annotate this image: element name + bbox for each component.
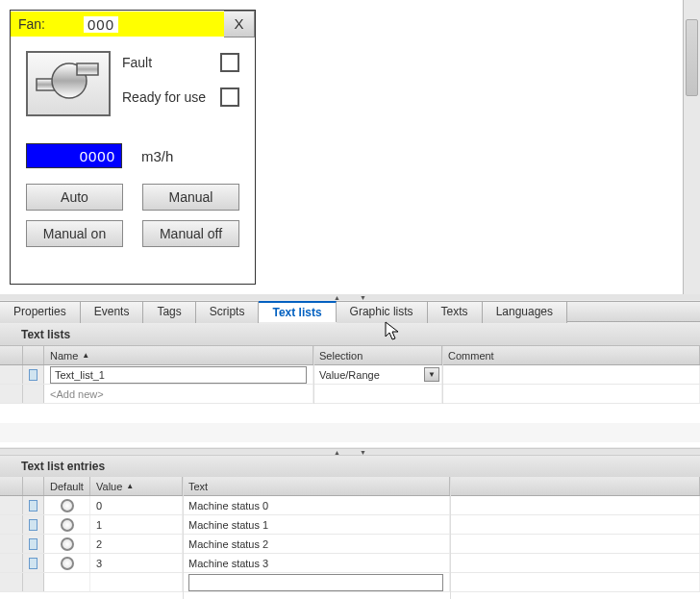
- tab-graphic-lists[interactable]: Graphic lists: [337, 302, 428, 323]
- flow-value-field[interactable]: 0000: [26, 143, 122, 168]
- fault-checkbox[interactable]: [220, 53, 239, 72]
- text-lists-title: Text lists: [0, 324, 700, 346]
- row-selector[interactable]: [0, 365, 23, 384]
- icon-col: [23, 477, 44, 495]
- tab-scripts[interactable]: Scripts: [196, 302, 260, 323]
- selection-dropdown-button[interactable]: ▼: [424, 367, 439, 382]
- value-column-header[interactable]: Value▲: [90, 477, 183, 495]
- text-list-entries-grid: Default Value▲ Text 0Machine status 01Ma…: [0, 477, 700, 599]
- sort-asc-icon: ▲: [82, 351, 89, 360]
- default-radio[interactable]: [61, 557, 74, 570]
- splitter-top[interactable]: ▲ ▼: [0, 294, 700, 300]
- selection-value: Value/Range: [319, 369, 380, 381]
- tab-text-lists[interactable]: Text lists: [259, 301, 336, 322]
- scrollbar-vertical[interactable]: [683, 0, 700, 296]
- scroll-thumb[interactable]: [686, 19, 698, 96]
- add-new-row[interactable]: <Add new>: [0, 385, 700, 404]
- tab-events[interactable]: Events: [81, 302, 144, 323]
- comment-cell[interactable]: [442, 365, 700, 384]
- design-canvas: Fan: 000 X: [0, 0, 700, 296]
- entry-row[interactable]: 0Machine status 0: [0, 496, 700, 515]
- value-cell[interactable]: 2: [90, 535, 183, 553]
- manual-on-button[interactable]: Manual on: [26, 220, 123, 247]
- arrow-up-icon: ▲: [334, 449, 340, 456]
- icon-col: [23, 346, 44, 364]
- add-new-entry-row[interactable]: [0, 573, 700, 592]
- text-cell[interactable]: Machine status 1: [183, 515, 450, 534]
- value-cell[interactable]: 1: [90, 515, 183, 534]
- arrow-down-icon: ▼: [360, 294, 366, 301]
- tab-tags[interactable]: Tags: [143, 302, 195, 323]
- entry-row[interactable]: 3Machine status 3: [0, 554, 700, 573]
- default-column-header[interactable]: Default: [44, 477, 90, 495]
- sort-asc-icon: ▲: [126, 482, 134, 490]
- selection-column-header[interactable]: Selection: [313, 346, 442, 364]
- cursor-icon: [385, 321, 402, 342]
- manual-off-button[interactable]: Manual off: [142, 220, 239, 247]
- text-cell[interactable]: Machine status 0: [183, 496, 450, 514]
- rowheader-col: [0, 346, 23, 364]
- text-list-row[interactable]: Text_list_1 Value/Range▼: [0, 365, 700, 385]
- entry-icon: [29, 538, 38, 550]
- text-list-icon: [29, 369, 38, 381]
- rowheader-col: [0, 477, 23, 495]
- row-selector[interactable]: [0, 496, 23, 514]
- name-input[interactable]: Text_list_1: [50, 366, 307, 384]
- text-list-entries-title: Text list entries: [0, 456, 700, 478]
- svg-rect-2: [77, 63, 98, 75]
- value-cell[interactable]: 0: [90, 496, 183, 514]
- splitter-middle[interactable]: ▲ ▼: [0, 448, 700, 456]
- add-new-label[interactable]: <Add new>: [44, 385, 313, 403]
- comment-column-header[interactable]: Comment: [442, 346, 700, 364]
- text-lists-grid: Name▲ Selection Comment Text_list_1 Valu…: [0, 346, 700, 447]
- text-cell[interactable]: Machine status 2: [183, 535, 450, 553]
- tab-properties[interactable]: Properties: [0, 302, 81, 323]
- default-radio[interactable]: [61, 499, 74, 512]
- entry-icon: [29, 558, 38, 569]
- tab-languages[interactable]: Languages: [483, 302, 567, 323]
- close-button[interactable]: X: [224, 11, 255, 37]
- tab-texts[interactable]: Texts: [428, 302, 483, 323]
- fan-faceplate: Fan: 000 X: [10, 10, 256, 285]
- text-input[interactable]: [188, 574, 443, 591]
- row-selector[interactable]: [0, 554, 23, 572]
- row-selector[interactable]: [0, 515, 23, 534]
- fan-icon: [26, 51, 111, 116]
- fault-label: Fault: [122, 55, 152, 70]
- ready-label: Ready for use: [122, 89, 206, 105]
- entry-row[interactable]: 2Machine status 2: [0, 535, 700, 554]
- text-column-header[interactable]: Text: [183, 477, 450, 495]
- tab-bar: Properties Events Tags Scripts Text list…: [0, 301, 700, 322]
- value-cell[interactable]: 3: [90, 554, 183, 572]
- fan-id-field[interactable]: 000: [84, 16, 118, 33]
- entry-row[interactable]: 1Machine status 1: [0, 515, 700, 535]
- arrow-up-icon: ▲: [334, 294, 340, 301]
- name-column-header[interactable]: Name▲: [44, 346, 313, 364]
- flow-unit-label: m3/h: [141, 148, 173, 164]
- manual-button[interactable]: Manual: [142, 184, 239, 211]
- fan-title-label: Fan:: [11, 12, 84, 37]
- default-radio[interactable]: [61, 518, 74, 532]
- ready-checkbox[interactable]: [220, 87, 239, 107]
- default-radio[interactable]: [61, 537, 74, 551]
- arrow-down-icon: ▼: [360, 449, 366, 456]
- text-cell[interactable]: Machine status 3: [183, 554, 450, 572]
- add-new-label[interactable]: [90, 573, 183, 591]
- row-selector[interactable]: [0, 535, 23, 553]
- auto-button[interactable]: Auto: [26, 184, 123, 211]
- entry-icon: [29, 519, 38, 531]
- entry-icon: [29, 500, 38, 512]
